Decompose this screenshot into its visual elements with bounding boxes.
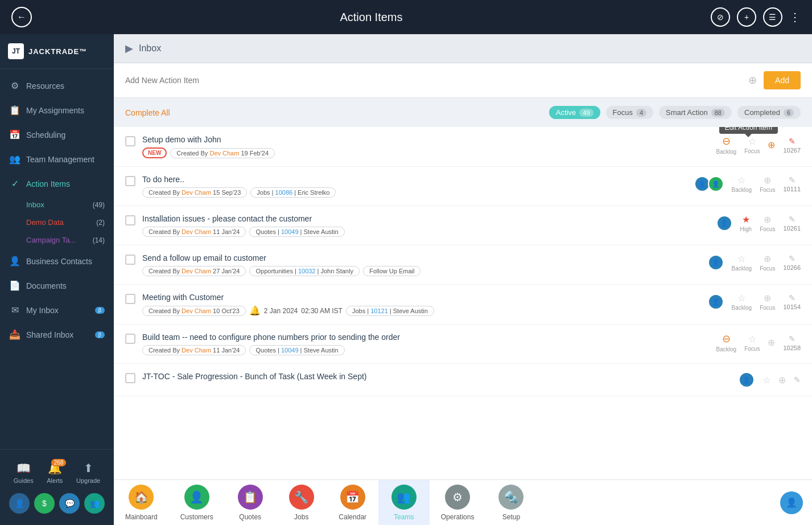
star-filled-icon-3[interactable]: ★ (742, 214, 750, 225)
user-icon-chat[interactable]: 💬 (59, 493, 80, 514)
filter-tag-active[interactable]: Active 49 (549, 106, 600, 119)
edit-icon-3[interactable]: ✎ (789, 215, 795, 224)
filter-button[interactable]: ⊘ (711, 7, 730, 27)
alerts-button[interactable]: 🔔 268 Alerts (47, 461, 63, 484)
item-checkbox-4[interactable] (125, 255, 135, 265)
quotes-icon: 📋 (238, 485, 263, 510)
plus-icon-4[interactable]: ⊕ (764, 253, 771, 264)
add-item-input[interactable] (125, 76, 741, 85)
item-body-6: Build team -- need to configure phone nu… (142, 333, 702, 355)
bottom-nav-customers[interactable]: 👤 Customers (169, 480, 225, 526)
shared-inbox-badge: β (95, 331, 105, 338)
item-tags-5: Created By Dev Cham 10 Oct'23 🔔 2 Jan 20… (142, 305, 701, 316)
sidebar-sub-campaign[interactable]: Campaign Ta... (14) (0, 231, 114, 249)
sidebar: JT JACKTRADE™ ⚙ Resources 📋 My Assignmen… (0, 34, 114, 525)
sub-nav-label: Campaign Ta... (26, 236, 76, 244)
avatar-7: 👤 (739, 372, 755, 388)
sidebar-item-documents[interactable]: 📄 Documents (0, 273, 114, 298)
sidebar-item-scheduling[interactable]: 📅 Scheduling (0, 122, 114, 147)
plus-icon-5[interactable]: ⊕ (764, 293, 771, 303)
team-icon: 👥 (9, 154, 20, 165)
sidebar-item-team-management[interactable]: 👥 Team Management (0, 147, 114, 171)
plus-icon-6[interactable]: ⊕ (768, 337, 775, 348)
add-header-button[interactable]: + (737, 7, 756, 27)
bottom-nav-calendar[interactable]: 📅 Calendar (327, 480, 378, 526)
add-item-attach-icon: ⊕ (748, 74, 757, 87)
inbox-title: Inbox (139, 43, 161, 54)
inbox-count: (49) (93, 201, 105, 209)
sidebar-item-label: Team Management (26, 155, 94, 164)
star-icon-2[interactable]: ☆ (737, 175, 745, 186)
sidebar-sub-inbox[interactable]: Inbox (49) (0, 196, 114, 214)
bottom-nav-teams[interactable]: 👥 Teams (378, 480, 430, 526)
user-avatar-bottom[interactable]: 👤 (780, 491, 803, 514)
item-checkbox-7[interactable] (125, 373, 135, 383)
guides-button[interactable]: 📖 Guides (14, 461, 34, 484)
item-title-1: Setup demo with John (142, 135, 702, 144)
edit-icon-1[interactable]: ✎ (789, 137, 795, 146)
filter-tag-smart-action[interactable]: Smart Action 88 (659, 106, 732, 119)
edit-icon-7[interactable]: ✎ (794, 375, 801, 384)
item-actions-7: 👤 ☆ ⊕ ✎ (739, 372, 801, 388)
completed-tag-count: 6 (784, 109, 794, 117)
filter-tag-focus[interactable]: Focus 4 (606, 106, 654, 119)
menu-button[interactable]: ☰ (763, 7, 782, 27)
star-icon-1[interactable]: ☆ (748, 136, 756, 147)
resources-icon: ⚙ (9, 80, 20, 91)
campaign-count: (14) (93, 236, 105, 244)
backlog-col-1: ⊖ Backlog (716, 135, 737, 155)
plus-icon-3[interactable]: ⊕ (764, 214, 771, 225)
bottom-nav-jobs[interactable]: 🔧 Jobs (276, 480, 327, 526)
complete-all-button[interactable]: Complete All (125, 108, 170, 117)
star-icon-4[interactable]: ☆ (737, 253, 745, 264)
item-checkbox-1[interactable] (125, 136, 135, 146)
item-checkbox-3[interactable] (125, 215, 135, 225)
star-icon-6[interactable]: ☆ (748, 334, 756, 344)
avatar-5: 👤 (708, 294, 724, 310)
bottom-nav-mainboard[interactable]: 🏠 Mainboard (114, 480, 169, 526)
item-checkbox-2[interactable] (125, 176, 135, 186)
sidebar-item-label: Resources (26, 81, 64, 91)
sidebar-item-action-items[interactable]: ✓ Action Items (0, 171, 114, 196)
edit-icon-5[interactable]: ✎ (789, 293, 795, 302)
bottom-nav-quotes[interactable]: 📋 Quotes (225, 480, 276, 526)
item-body-1: Setup demo with John NEW Created By Dev … (142, 135, 702, 158)
more-options-button[interactable]: ⋮ (789, 10, 801, 24)
circle-icon-1[interactable]: ⊖ (722, 135, 731, 147)
plus-icon-7[interactable]: ⊕ (778, 375, 786, 385)
add-button[interactable]: Add (764, 71, 801, 89)
item-actions-2: 👤 👤 ☆ Backlog ⊕ Focus ✎ 10111 (694, 175, 801, 193)
plus-icon-1[interactable]: ⊕ (768, 140, 775, 150)
back-button[interactable]: ← (11, 7, 32, 27)
filter-icon: ⊘ (717, 13, 724, 22)
edit-icon-2[interactable]: ✎ (789, 175, 795, 184)
sidebar-item-business-contacts[interactable]: 👤 Business Contacts (0, 249, 114, 273)
sidebar-item-resources[interactable]: ⚙ Resources (0, 73, 114, 98)
user-icon-team[interactable]: 👥 (84, 493, 105, 514)
filter-tag-completed[interactable]: Completed 6 (737, 106, 801, 119)
plus-icon-2[interactable]: ⊕ (764, 175, 771, 186)
backlog-col-2: ☆ Backlog (732, 175, 752, 193)
sidebar-item-my-assignments[interactable]: 📋 My Assignments (0, 98, 114, 122)
edit-icon-6[interactable]: ✎ (789, 334, 795, 343)
plus-col-6: ⊕ (768, 337, 775, 348)
star-icon-7[interactable]: ☆ (762, 375, 770, 385)
sidebar-item-my-inbox[interactable]: ✉ My Inbox β (0, 298, 114, 322)
item-checkbox-6[interactable] (125, 334, 135, 344)
item-actions-5: 👤 ☆ Backlog ⊕ Focus ✎ 10154 (708, 293, 801, 311)
num-col-6: ✎ 10258 (783, 334, 801, 351)
item-checkbox-5[interactable] (125, 294, 135, 304)
user-icon-dollar[interactable]: $ (34, 493, 55, 514)
user-icon-person[interactable]: 👤 (9, 493, 30, 514)
item-body-7: JT-TOC - Sale Progression - Bunch of Tas… (142, 372, 732, 384)
bottom-nav-operations[interactable]: ⚙ Operations (430, 480, 486, 526)
customers-icon: 👤 (184, 485, 209, 510)
bottom-nav-setup[interactable]: 🔩 Setup (485, 480, 537, 526)
sidebar-sub-demo-data[interactable]: Demo Data (2) (0, 214, 114, 231)
upgrade-button[interactable]: ⬆ Upgrade (76, 461, 100, 484)
edit-icon-4[interactable]: ✎ (789, 254, 795, 263)
table-row: Setup demo with John NEW Created By Dev … (114, 127, 812, 167)
sidebar-item-shared-inbox[interactable]: 📥 Shared Inbox β (0, 322, 114, 347)
star-icon-5[interactable]: ☆ (737, 293, 745, 303)
minus-icon-6[interactable]: ⊖ (722, 333, 731, 345)
